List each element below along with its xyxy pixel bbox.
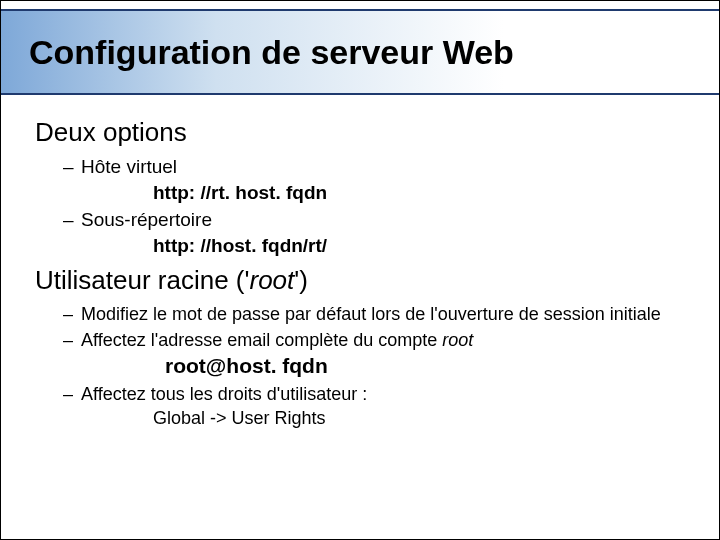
- section-options: Deux options Hôte virtuel http: //rt. ho…: [35, 117, 699, 259]
- title-band: Configuration de serveur Web: [1, 9, 719, 95]
- option-detail: http: //host. fqdn/rt/: [81, 233, 699, 259]
- root-item-detail: Global -> User Rights: [81, 406, 699, 430]
- slide-title: Configuration de serveur Web: [29, 33, 514, 72]
- section-root-user: Utilisateur racine ('root') Modifiez le …: [35, 265, 699, 431]
- root-item-text: Affectez l'adresse email complète du com…: [81, 330, 442, 350]
- root-list: Modifiez le mot de passe par défaut lors…: [35, 302, 699, 353]
- slide: Configuration de serveur Web Deux option…: [0, 0, 720, 540]
- options-list: Hôte virtuel http: //rt. host. fqdn Sous…: [35, 154, 699, 259]
- heading-root-word: root: [249, 265, 294, 295]
- list-item: Sous-répertoire http: //host. fqdn/rt/: [63, 207, 699, 258]
- list-item: Affectez tous les droits d'utilisateur :…: [63, 382, 699, 431]
- section-heading-options: Deux options: [35, 117, 699, 148]
- list-item: Hôte virtuel http: //rt. host. fqdn: [63, 154, 699, 205]
- root-email: root@host. fqdn: [35, 354, 699, 378]
- list-item: Modifiez le mot de passe par défaut lors…: [63, 302, 699, 326]
- root-item-text: Modifiez le mot de passe par défaut lors…: [81, 304, 661, 324]
- slide-body: Deux options Hôte virtuel http: //rt. ho…: [35, 111, 699, 519]
- root-word: root: [442, 330, 473, 350]
- option-label: Sous-répertoire: [81, 209, 212, 230]
- option-label: Hôte virtuel: [81, 156, 177, 177]
- section-heading-root: Utilisateur racine ('root'): [35, 265, 699, 296]
- option-detail: http: //rt. host. fqdn: [81, 180, 699, 206]
- list-item: Affectez l'adresse email complète du com…: [63, 328, 699, 352]
- heading-text: Utilisateur racine (': [35, 265, 249, 295]
- heading-text: '): [294, 265, 308, 295]
- root-list-2: Affectez tous les droits d'utilisateur :…: [35, 382, 699, 431]
- root-item-text: Affectez tous les droits d'utilisateur :: [81, 384, 367, 404]
